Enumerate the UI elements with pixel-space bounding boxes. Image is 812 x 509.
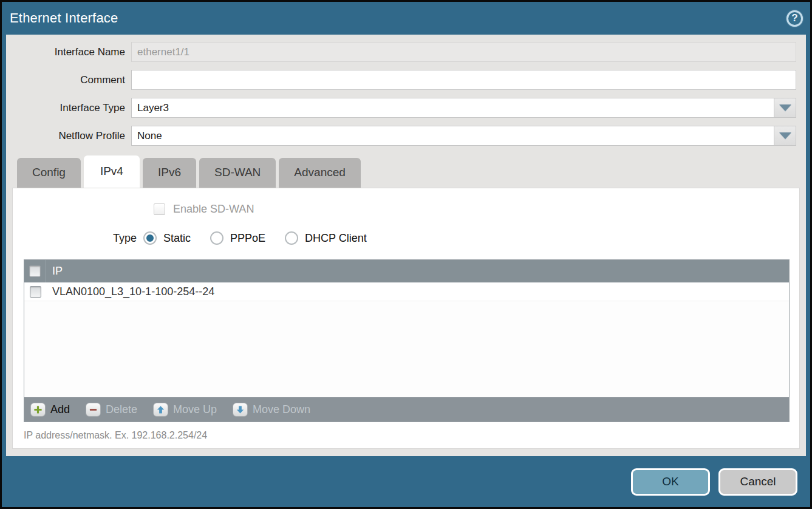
row-checkbox[interactable] — [30, 286, 41, 298]
radio-static-label: Static — [163, 232, 191, 245]
type-radio-group: Static PPPoE DHCP Client — [143, 231, 386, 245]
comment-label: Comment — [12, 74, 131, 86]
type-row: Type Static PPPoE DHCP Client — [13, 230, 799, 247]
netflow-profile-dropdown[interactable]: None — [131, 126, 796, 146]
radio-dhcp-client-label: DHCP Client — [305, 232, 367, 245]
ip-table: IP VLAN0100_L3_10-1-100-254--24 Ad — [24, 259, 790, 422]
tab-config[interactable]: Config — [17, 158, 81, 188]
interface-type-value[interactable]: Layer3 — [131, 98, 774, 118]
titlebar: Ethernet Interface ? — [2, 2, 810, 35]
move-up-button[interactable]: Move Up — [153, 403, 217, 417]
move-down-button-label: Move Down — [253, 403, 310, 416]
dialog-title: Ethernet Interface — [10, 10, 118, 26]
ok-button[interactable]: OK — [631, 468, 710, 496]
tab-bar: Config IPv4 IPv6 SD-WAN Advanced — [17, 155, 800, 188]
table-toolbar: Add Delete Move Up — [24, 397, 789, 422]
ip-table-header: IP — [24, 260, 789, 282]
interface-name-label: Interface Name — [12, 46, 131, 58]
form-row-netflow-profile: Netflow Profile None — [12, 126, 796, 146]
enable-sdwan-checkbox — [154, 203, 165, 215]
radio-pppoe-control[interactable] — [210, 231, 223, 245]
dialog-footer: OK Cancel — [2, 456, 810, 507]
move-up-icon — [153, 403, 168, 417]
form-row-comment: Comment — [12, 70, 796, 90]
form-row-interface-type: Interface Type Layer3 — [12, 98, 796, 118]
ethernet-interface-dialog: Ethernet Interface ? Interface Name Comm… — [0, 0, 812, 509]
enable-sdwan-row: Enable SD-WAN — [154, 202, 799, 216]
delete-icon — [86, 403, 101, 417]
dialog-body: Interface Name Comment Interface Type La… — [6, 35, 806, 456]
move-down-button[interactable]: Move Down — [233, 403, 310, 417]
add-button[interactable]: Add — [30, 403, 70, 417]
comment-field[interactable] — [131, 70, 796, 90]
radio-static-control[interactable] — [143, 231, 157, 245]
radio-pppoe[interactable]: PPPoE — [210, 231, 265, 245]
move-down-icon — [233, 403, 248, 417]
chevron-down-icon — [779, 132, 791, 139]
radio-dhcp-client[interactable]: DHCP Client — [285, 231, 367, 245]
netflow-profile-label: Netflow Profile — [12, 130, 131, 142]
tab-ipv4[interactable]: IPv4 — [84, 155, 140, 188]
ip-helper-text: IP address/netmask. Ex. 192.168.2.254/24 — [24, 430, 799, 441]
delete-button[interactable]: Delete — [86, 403, 137, 417]
tab-ipv6[interactable]: IPv6 — [143, 158, 196, 188]
tab-sd-wan[interactable]: SD-WAN — [199, 158, 276, 188]
delete-button-label: Delete — [106, 403, 137, 416]
form-row-interface-name: Interface Name — [12, 42, 796, 62]
netflow-profile-value[interactable]: None — [131, 126, 774, 146]
ip-column-header[interactable]: IP — [46, 265, 63, 278]
add-button-label: Add — [50, 403, 70, 416]
chevron-down-icon — [779, 104, 791, 111]
radio-static[interactable]: Static — [143, 231, 191, 245]
radio-pppoe-label: PPPoE — [230, 232, 265, 245]
enable-sdwan-label: Enable SD-WAN — [173, 203, 254, 216]
ip-cell[interactable]: VLAN0100_L3_10-1-100-254--24 — [46, 285, 214, 298]
netflow-profile-dropdown-button[interactable] — [774, 126, 796, 146]
interface-type-label: Interface Type — [12, 102, 131, 114]
interface-type-dropdown-button[interactable] — [774, 98, 796, 118]
interface-name-field — [131, 42, 796, 62]
add-icon — [30, 403, 46, 417]
interface-type-dropdown[interactable]: Layer3 — [131, 98, 796, 118]
select-all-checkbox[interactable] — [29, 265, 41, 277]
move-up-button-label: Move Up — [173, 403, 217, 416]
type-label: Type — [13, 232, 143, 245]
ipv4-tab-panel: Enable SD-WAN Type Static PPPoE DHCP C — [12, 188, 800, 449]
cancel-button[interactable]: Cancel — [718, 468, 797, 496]
table-empty-area — [24, 301, 789, 397]
radio-dhcp-client-control[interactable] — [285, 231, 298, 245]
table-row[interactable]: VLAN0100_L3_10-1-100-254--24 — [24, 282, 789, 301]
help-icon[interactable]: ? — [786, 10, 803, 27]
tab-advanced[interactable]: Advanced — [279, 158, 361, 188]
